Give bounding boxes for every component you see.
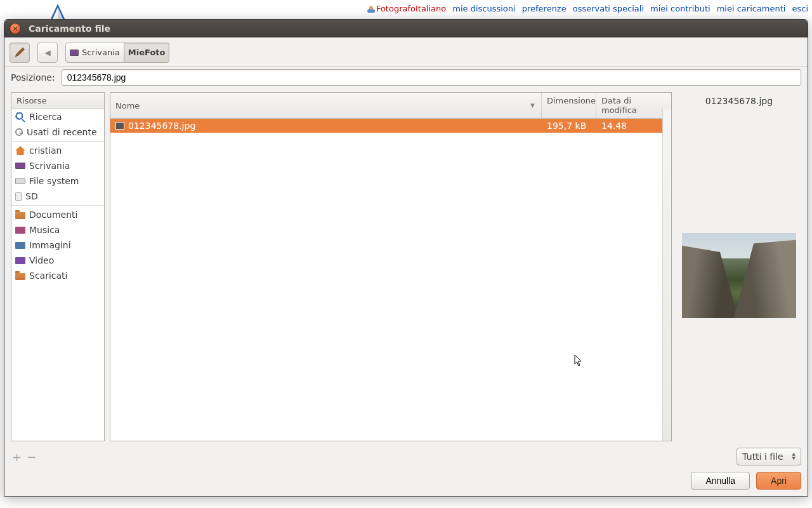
location-label: Posizione:	[11, 72, 55, 83]
breadcrumb-current[interactable]: MieFoto	[124, 43, 170, 63]
preview-filename: 012345678.jpg	[705, 96, 773, 106]
search-icon	[15, 112, 25, 121]
column-size[interactable]: Dimensione	[542, 93, 596, 118]
open-button[interactable]: Apri	[756, 472, 801, 490]
scrollbar[interactable]	[662, 109, 671, 441]
sidebar-item-sd[interactable]: SD	[11, 189, 104, 204]
sidebar-item-label: Musica	[29, 225, 60, 235]
places-sidebar: Risorse RicercaUsati di recentecristianS…	[11, 92, 105, 441]
file-list-pane: Nome▼ Dimensione Data di modifica 012345…	[110, 92, 672, 441]
contribs-link[interactable]: miei contributi	[650, 4, 710, 13]
chevron-left-icon: ◀	[44, 48, 50, 57]
img-icon	[15, 242, 25, 249]
close-button[interactable]: ✕	[10, 23, 21, 34]
sidebar-item-label: Video	[29, 255, 54, 265]
sidebar-item-label: Immagini	[29, 240, 71, 250]
sidebar-item-ricerca[interactable]: Ricerca	[11, 109, 104, 124]
window-title: Caricamento file	[29, 23, 110, 34]
music-icon	[15, 227, 25, 234]
user-links: FotografoItaliano mie discussioni prefer…	[367, 4, 808, 13]
talk-link[interactable]: mie discussioni	[452, 4, 515, 13]
bottom-controls: + − Tutti i file ▲▼	[4, 444, 808, 469]
sidebar-item-scrivania[interactable]: Scrivania	[11, 158, 104, 173]
drive-icon	[15, 178, 25, 184]
folder-icon	[15, 212, 25, 219]
remove-bookmark-button[interactable]: −	[27, 450, 36, 464]
sd-icon	[15, 192, 22, 201]
desktop-icon	[70, 50, 79, 56]
logout-link[interactable]: esci	[792, 4, 808, 13]
sidebar-item-cristian[interactable]: cristian	[11, 143, 104, 158]
file-date: 14.48	[596, 119, 671, 133]
sidebar-item-usati-di-recente[interactable]: Usati di recente	[11, 124, 104, 140]
add-bookmark-button[interactable]: +	[12, 450, 22, 464]
back-button[interactable]: ◀	[37, 43, 58, 63]
location-input[interactable]	[62, 69, 801, 86]
sidebar-item-label: File system	[29, 176, 79, 186]
desk-icon	[15, 163, 25, 169]
prefs-link[interactable]: preferenze	[522, 4, 566, 13]
sidebar-list[interactable]: RicercaUsati di recentecristianScrivania…	[11, 109, 104, 441]
file-filter-select[interactable]: Tutti i file ▲▼	[737, 448, 801, 465]
main-area: Risorse RicercaUsati di recentecristianS…	[4, 92, 808, 444]
user-link[interactable]: FotografoItaliano	[367, 4, 446, 13]
sidebar-item-musica[interactable]: Musica	[11, 222, 104, 237]
sidebar-item-label: Ricerca	[29, 112, 62, 122]
breadcrumb: Scrivania MieFoto	[65, 43, 169, 63]
file-columns-header: Nome▼ Dimensione Data di modifica	[110, 93, 671, 119]
cancel-button[interactable]: Annulla	[691, 472, 750, 490]
action-buttons: Annulla Apri	[4, 469, 808, 496]
breadcrumb-parent[interactable]: Scrivania	[65, 43, 124, 63]
sidebar-item-scaricati[interactable]: Scaricati	[11, 268, 104, 283]
person-icon	[367, 5, 375, 13]
sidebar-item-label: Usati di recente	[27, 127, 97, 137]
preview-thumbnail	[682, 233, 796, 318]
file-upload-dialog: ✕ Caricamento file ◀ Scrivania MieFoto P…	[4, 19, 808, 497]
edit-path-button[interactable]	[10, 43, 30, 63]
sidebar-header: Risorse	[11, 93, 104, 109]
uploads-link[interactable]: miei caricamenti	[717, 4, 786, 13]
sidebar-item-documenti[interactable]: Documenti	[11, 207, 104, 222]
sort-desc-icon: ▼	[530, 102, 535, 109]
sidebar-item-label: cristian	[29, 145, 62, 156]
home-icon	[15, 146, 25, 155]
sidebar-item-file-system[interactable]: File system	[11, 173, 104, 189]
updown-icon: ▲▼	[792, 452, 796, 461]
browser-topbar: FotografoItaliano mie discussioni prefer…	[0, 0, 812, 19]
titlebar[interactable]: ✕ Caricamento file	[4, 20, 808, 37]
folder-icon	[15, 273, 25, 280]
watchlist-link[interactable]: osservati speciali	[573, 4, 644, 13]
sidebar-item-label: Documenti	[29, 210, 77, 220]
location-row: Posizione:	[4, 67, 808, 92]
file-size: 195,7 kB	[542, 119, 596, 133]
pencil-icon	[15, 48, 25, 58]
preview-pane: 012345678.jpg	[677, 92, 801, 441]
column-date[interactable]: Data di modifica	[596, 93, 671, 118]
sidebar-item-label: SD	[25, 191, 38, 201]
bookmark-controls: + −	[11, 450, 36, 464]
file-name: 012345678.jpg	[128, 121, 195, 131]
sidebar-item-label: Scrivania	[29, 161, 70, 171]
recent-icon	[15, 128, 23, 136]
toolbar: ◀ Scrivania MieFoto	[4, 37, 808, 67]
video-icon	[15, 257, 25, 264]
sidebar-item-immagini[interactable]: Immagini	[11, 237, 104, 253]
file-list[interactable]: 012345678.jpg195,7 kB14.48	[110, 119, 671, 441]
sidebar-item-label: Scaricati	[29, 271, 67, 281]
column-name[interactable]: Nome▼	[110, 93, 542, 118]
image-file-icon	[115, 122, 124, 130]
file-row[interactable]: 012345678.jpg195,7 kB14.48	[110, 119, 671, 133]
sidebar-item-video[interactable]: Video	[11, 253, 104, 268]
